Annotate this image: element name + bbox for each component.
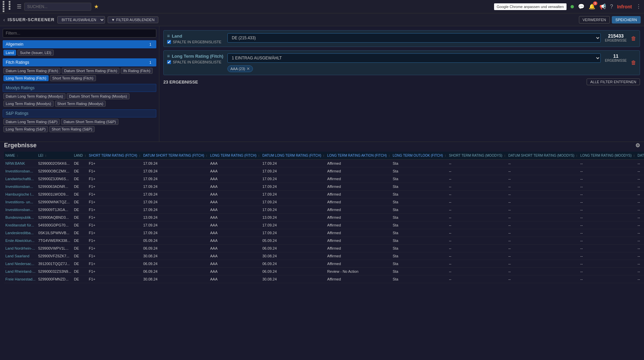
status-dot: [571, 5, 574, 8]
col-str-moodys[interactable]: SHORT TERM RATING (MOODYS) ↕: [447, 152, 507, 160]
tag-fitch-datum-short[interactable]: Datum Short Term Rating (Fitch): [62, 68, 119, 74]
filter-land-left: ≡ Land SPALTE IN ERGEBNISLISTE: [167, 33, 224, 44]
tag-fitch-ifs[interactable]: Ifs Rating (Fitch): [121, 68, 153, 74]
col-dltr-moodys[interactable]: DATUM LONG TERM RATING (MOODYS) ↕: [636, 152, 644, 160]
hamburger-menu[interactable]: ☰: [17, 3, 21, 10]
tag-sp-datum-short[interactable]: Datum Short Term Rating (S&P): [61, 119, 118, 125]
more-options-icon[interactable]: ⋮: [636, 3, 641, 10]
section-moodys[interactable]: Moodys Ratings: [3, 84, 156, 92]
col-lto-fitch[interactable]: LONG TERM OUTLOOK (FITCH) ↕: [391, 152, 448, 160]
col-dltr-fitch[interactable]: DATUM LONG TERM RATING (FITCH) ↕: [261, 152, 326, 160]
filter-land-delete[interactable]: 🗑: [631, 36, 636, 42]
search-input[interactable]: [24, 3, 91, 11]
table-row[interactable]: Investitionsban...529900OBCZMX...DEF1+17…: [4, 167, 644, 175]
tag-moodys-long[interactable]: Long Term Rating (Moodys): [3, 101, 54, 107]
sp-tags: Datum Long Term Rating (S&P) Datum Short…: [3, 119, 156, 132]
filter-fitch-left: ≡ Long Term Rating (Fitch) SPALTE IN ERG…: [167, 53, 224, 64]
back-button[interactable]: ‹: [3, 17, 5, 22]
top-navigation: ☰ ★ Google Chrome anpassen und verwalten…: [0, 0, 644, 13]
table-row[interactable]: NRW.BANK52990002O5KK6...DEF1+17.09.24AAA…: [4, 160, 644, 167]
table-row[interactable]: Investitions- un...529900WNKTQZ...DEF1+1…: [4, 198, 644, 206]
results-section: Ergebnisse ⚙ NAME ↕ LEI ↕ LAND ↕ SHORT T…: [0, 142, 644, 360]
section-badge-fitch: 1: [147, 60, 153, 65]
table-row[interactable]: Land Nordrhein-...529900VWPV1L...DEF1+06…: [4, 245, 644, 252]
table-row[interactable]: Investitionsban...52990063ADNR...DEF1+17…: [4, 183, 644, 191]
tag-moodys-datum-long[interactable]: Datum Long Term Rating (Moodys): [3, 93, 65, 99]
section-sp[interactable]: S&P Ratings: [3, 109, 156, 117]
table-row[interactable]: Landwirtschaftli...529900Z3J0N6S...DEF1+…: [4, 175, 644, 183]
tooltip-text: Google Chrome anpassen und verwalten: [494, 3, 567, 10]
clear-filters-button[interactable]: ALLE FILTER ENTFERNEN: [587, 79, 640, 85]
col-dstr-fitch[interactable]: DATUM SHORT TERM RATING (FITCH) ↕: [142, 152, 209, 160]
table-row[interactable]: Erste Abwicklun...7TG4VWERK338...DEF1+05…: [4, 237, 644, 245]
save-button[interactable]: SPEICHERN: [612, 16, 641, 23]
filter-fitch-tag-remove[interactable]: ✕: [247, 66, 250, 71]
moodys-tags: Datum Long Term Rating (Moodys) Datum Sh…: [3, 93, 156, 107]
tag-moodys-short[interactable]: Short Term Rating (Moodys): [55, 101, 106, 107]
filter-land-select[interactable]: DE (215.433): [227, 33, 601, 43]
tag-fitch-long[interactable]: Long Term Rating (Fitch): [3, 75, 49, 81]
header-row: NAME ↕ LEI ↕ LAND ↕ SHORT TERM RATING (F…: [4, 152, 644, 160]
notification-badge: 3: [593, 1, 597, 5]
discard-button[interactable]: VERWERFEN: [579, 16, 610, 23]
table-row[interactable]: Landeskreditba...0SK1ILSPWNVB...DEF1+17.…: [4, 229, 644, 237]
col-ltra-fitch[interactable]: LONG TERM RATING AKTION (FITCH) ↕: [326, 152, 391, 160]
filter-fitch-count: 11: [613, 53, 619, 59]
filter-fitch-tag: AAA (23) ✕: [227, 65, 253, 72]
table-body: NRW.BANK52990002O5KK6...DEF1+17.09.24AAA…: [4, 160, 644, 283]
section-badge-allgemein: 1: [147, 42, 153, 47]
col-str-fitch[interactable]: SHORT TERM RATING (FITCH) ↕: [88, 152, 142, 160]
left-panel: Allgemein 1 Land Suche (Issuer, LEI) Fit…: [0, 26, 159, 142]
col-dstr-moodys[interactable]: DATUM SHORT TERM RATING (MOODYS) ↕: [507, 152, 579, 160]
tag-sp-short[interactable]: Short Term Rating (S&P): [49, 126, 95, 132]
tag-sp-datum-long[interactable]: Datum Long Term Rating (S&P): [3, 119, 60, 125]
filter-fitch-checkbox[interactable]: [167, 60, 171, 64]
table-row[interactable]: Land Rheinland-...529900032ZS3N9...DEF1+…: [4, 268, 644, 275]
filter-fitch-select[interactable]: 1 EINTRAG AUSGEWÄHLT: [227, 53, 601, 63]
table-header: NAME ↕ LEI ↕ LAND ↕ SHORT TERM RATING (F…: [4, 152, 644, 160]
app-grid-icon[interactable]: [3, 1, 14, 12]
favorites-icon[interactable]: ★: [94, 3, 99, 10]
filter-icon: ▼: [111, 18, 115, 22]
table-row[interactable]: Hamburgische l...5299001LWOD9...DEF1+17.…: [4, 191, 644, 198]
settings-icon[interactable]: ⚙: [635, 142, 640, 149]
table-row[interactable]: Freie Hansestad...5299000FMNZD...DEF1+30…: [4, 275, 644, 283]
col-name[interactable]: NAME ↕: [4, 152, 37, 160]
section-allgemein[interactable]: Allgemein 1: [3, 40, 156, 48]
tag-fitch-short[interactable]: Short Term Rating (Fitch): [50, 75, 96, 81]
col-ltr-fitch[interactable]: LONG TERM RATING (FITCH) ↕: [209, 152, 261, 160]
tag-sp-long[interactable]: Long Term Rating (S&P): [3, 126, 48, 132]
col-land[interactable]: LAND ↕: [72, 152, 87, 160]
chat-icon[interactable]: 💬: [578, 3, 585, 10]
infront-logo: Infront: [617, 4, 632, 9]
preset-dropdown[interactable]: BITTE AUSWÄHLEN: [57, 16, 105, 23]
filter-land-icon: ≡: [167, 33, 170, 39]
table-row[interactable]: Land Niedersac...3912001TQQZ7J...DEF1+06…: [4, 260, 644, 268]
table-row[interactable]: Investitionsban...5299009T1JIGA...DEF1+1…: [4, 206, 644, 214]
filter-search-input[interactable]: [3, 29, 156, 38]
col-ltr-moodys[interactable]: LONG TERM RATING (MOODYS) ↕: [579, 152, 636, 160]
section-fitch[interactable]: Fitch Ratings 1: [3, 58, 156, 66]
filter-fitch-results: 11 ERGEBNISSE: [604, 53, 628, 62]
right-panel: ≡ Land SPALTE IN ERGEBNISLISTE DE (215.4…: [159, 26, 644, 142]
filter-land-label: ≡ Land: [167, 33, 224, 39]
filter-toggle-button[interactable]: ▼ FILTER AUSBLENDEN: [108, 16, 158, 23]
filter-fitch-tag-row: AAA (23) ✕: [227, 64, 601, 72]
header-bar: ‹ ISSUER-SCREENER BITTE AUSWÄHLEN ▼ FILT…: [0, 13, 644, 26]
filter-fitch-delete[interactable]: 🗑: [631, 60, 636, 66]
filter-fitch-label: ≡ Long Term Rating (Fitch): [167, 53, 224, 59]
broadcast-icon[interactable]: 📢: [599, 3, 606, 10]
tag-fitch-datum-long[interactable]: Datum Long Term Rating (Fitch): [3, 68, 60, 74]
table-row[interactable]: Land Saarland529900VFZ6ZK7...DEF1+30.08.…: [4, 252, 644, 260]
top-half: Allgemein 1 Land Suche (Issuer, LEI) Fit…: [0, 26, 644, 142]
tag-suche[interactable]: Suche (Issuer, LEI): [17, 50, 54, 56]
filter-land-checkbox[interactable]: [167, 40, 171, 44]
tag-land[interactable]: Land: [3, 50, 16, 56]
page-title: ISSUER-SCREENER: [8, 17, 55, 22]
col-lei[interactable]: LEI ↕: [37, 152, 72, 160]
tag-moodys-datum-short[interactable]: Datum Short Term Rating (Moodys): [67, 93, 129, 99]
table-row[interactable]: Kreditanstalt für...549300GDPG70...DEF1+…: [4, 221, 644, 229]
help-icon[interactable]: ?: [610, 4, 613, 10]
table-row[interactable]: Bundesrepublik...529900AQBND3...DEF1+13.…: [4, 214, 644, 221]
notification-icon[interactable]: 🔔 3: [589, 3, 595, 10]
